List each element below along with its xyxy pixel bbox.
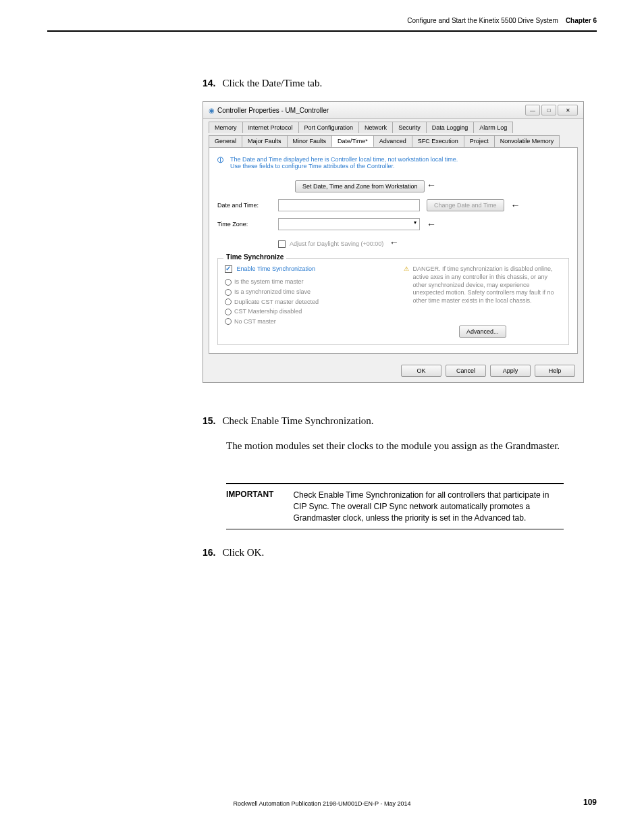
info-icon: ⓘ [217, 156, 223, 165]
titlebar: ◉ Controller Properties - UM_Controller … [203, 102, 583, 119]
page-number: 109 [583, 798, 597, 807]
step-15: 15. Check Enable Time Synchronization. [203, 415, 374, 427]
header-rule [47, 30, 597, 32]
time-zone-label: Time Zone: [217, 221, 271, 228]
tab-general[interactable]: General [209, 135, 242, 147]
cancel-button[interactable]: Cancel [446, 365, 486, 377]
dialog-buttons: OK Cancel Apply Help [203, 359, 583, 382]
minimize-button[interactable]: — [525, 105, 540, 115]
danger-text: DANGER. If time synchronization is disab… [413, 265, 562, 305]
time-sync-fieldset: Time Synchronize Enable Time Synchroniza… [217, 258, 569, 344]
radio-sync-slave[interactable] [225, 289, 232, 296]
important-box: IMPORTANT Check Enable Time Synchronizat… [226, 483, 564, 529]
ok-button[interactable]: OK [401, 365, 441, 377]
step-15-body: The motion modules set their clocks to t… [226, 439, 564, 453]
dialog-title: Controller Properties - UM_Controller [217, 107, 329, 114]
daylight-label: Adjust for Daylight Saving (+00:00) [290, 240, 383, 247]
window-icon: ◉ [209, 107, 215, 114]
maximize-button[interactable]: □ [541, 105, 556, 115]
radio-duplicate-cst[interactable] [225, 298, 232, 305]
tab-network[interactable]: Network [358, 122, 393, 133]
arrow-icon: ← [427, 219, 436, 230]
tab-content: ⓘ The Date and Time displayed here is Co… [209, 147, 578, 354]
enable-sync-label: Enable Time Synchronization [237, 265, 316, 272]
radio-system-master[interactable] [225, 279, 232, 286]
date-time-label: Date and Time: [217, 202, 271, 209]
warning-icon: ⚠ [404, 265, 409, 272]
tab-project[interactable]: Project [464, 135, 495, 147]
info-line-2: Use these fields to configure Time attri… [230, 163, 395, 170]
controller-properties-dialog: ◉ Controller Properties - UM_Controller … [203, 101, 584, 383]
apply-button[interactable]: Apply [490, 365, 531, 377]
tab-advanced[interactable]: Advanced [373, 135, 412, 147]
tab-minor-faults[interactable]: Minor Faults [287, 135, 333, 147]
tab-major-faults[interactable]: Major Faults [242, 135, 288, 147]
set-date-button[interactable]: Set Date, Time and Zone from Workstation [295, 180, 425, 192]
arrow-icon: ← [390, 237, 399, 248]
arrow-icon: ← [427, 180, 436, 190]
date-time-input[interactable] [278, 199, 420, 211]
enable-sync-checkbox[interactable] [225, 265, 232, 273]
important-label: IMPORTANT [226, 490, 290, 499]
tab-internet-protocol[interactable]: Internet Protocol [242, 122, 299, 133]
tab-nonvolatile-memory[interactable]: Nonvolatile Memory [494, 135, 560, 147]
tab-port-configuration[interactable]: Port Configuration [298, 122, 360, 133]
header-text: Configure and Start the Kinetix 5500 Dri… [407, 17, 597, 24]
time-zone-dropdown[interactable] [278, 218, 420, 230]
tabs-row-1: Memory Internet Protocol Port Configurat… [203, 119, 583, 133]
tab-data-logging[interactable]: Data Logging [426, 122, 475, 133]
tabs-row-2: General Major Faults Minor Faults Date/T… [203, 132, 583, 147]
tab-security[interactable]: Security [392, 122, 427, 133]
tab-alarm-log[interactable]: Alarm Log [473, 122, 513, 133]
tab-sfc-execution[interactable]: SFC Execution [412, 135, 464, 147]
daylight-checkbox[interactable] [278, 240, 286, 248]
radio-cst-disabled[interactable] [225, 309, 232, 315]
tab-memory[interactable]: Memory [209, 122, 243, 133]
important-text: Check Enable Time Synchronization for al… [293, 490, 556, 523]
help-button[interactable]: Help [535, 365, 575, 377]
change-date-button[interactable]: Change Date and Time [427, 199, 504, 211]
step-16: 16. Click OK. [203, 547, 264, 558]
close-button[interactable]: ✕ [558, 105, 578, 115]
window-controls: — □ ✕ [525, 105, 578, 115]
advanced-button[interactable]: Advanced... [459, 325, 506, 338]
time-sync-legend: Time Synchronize [223, 253, 286, 261]
info-line-1: The Date and Time displayed here is Cont… [230, 156, 458, 163]
footer: Rockwell Automation Publication 2198-UM0… [0, 800, 644, 807]
step-14: 14. Click the Date/Time tab. [203, 78, 322, 89]
arrow-icon: ← [511, 200, 520, 211]
radio-no-cst[interactable] [225, 318, 232, 325]
tab-date-time[interactable]: Date/Time* [331, 135, 374, 147]
